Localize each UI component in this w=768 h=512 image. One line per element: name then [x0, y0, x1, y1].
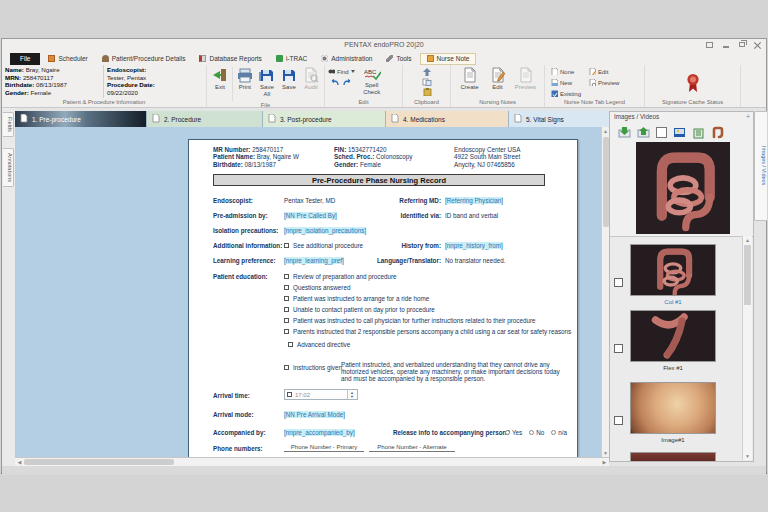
- restore-icon[interactable]: [737, 40, 746, 49]
- recycle-icon[interactable]: [692, 126, 705, 139]
- ribbon-options-icon[interactable]: [705, 40, 714, 49]
- tab-post-procedure[interactable]: 3. Post-procedure: [263, 111, 386, 127]
- scrollbar-thumb[interactable]: [744, 245, 751, 305]
- doc-header-left: MR Number: 258470117 Patient Name: Bray,…: [213, 146, 299, 168]
- history-from-value[interactable]: [nnpre_history_from]: [445, 242, 503, 249]
- checkbox-see-additional[interactable]: [284, 243, 289, 248]
- phone-primary-field[interactable]: Phone Number - Primary: [284, 444, 364, 452]
- select-all-checkbox[interactable]: [656, 127, 667, 138]
- scroll-down-icon[interactable]: ▼: [743, 452, 752, 460]
- radio-na[interactable]: [551, 430, 556, 435]
- images-videos-panel: Images / Videos +: [609, 111, 754, 462]
- menu-file[interactable]: File: [10, 53, 40, 65]
- language-value[interactable]: No translator needed.: [445, 257, 506, 264]
- copy-icon[interactable]: [422, 78, 432, 86]
- preadmission-value[interactable]: [NN Pre Called By]: [284, 212, 337, 219]
- checkbox-education-6[interactable]: [284, 329, 289, 334]
- create-note-icon: [462, 67, 478, 83]
- edit-note-button[interactable]: Edit: [486, 67, 510, 91]
- note-horizontal-scrollbar[interactable]: ◀ ▶: [15, 457, 609, 466]
- checkbox-advanced-directive[interactable]: [288, 342, 293, 347]
- menu-administration[interactable]: Administration: [315, 53, 378, 65]
- accompanied-by-value[interactable]: [nnpre_accompanied_by]: [284, 429, 355, 436]
- referring-md-value[interactable]: [Referring Physician]: [445, 197, 503, 204]
- pin-icon[interactable]: +: [746, 113, 750, 120]
- arrival-time-value[interactable]: 17:02: [295, 392, 310, 398]
- arrival-time-field[interactable]: 17:02 ▲▼: [284, 389, 358, 400]
- tab-medications[interactable]: 4. Medications: [386, 111, 509, 127]
- save-all-button[interactable]: Save All: [257, 67, 277, 97]
- endoscopist-value[interactable]: Pentax Tester, MD: [284, 197, 335, 204]
- note-vertical-scrollbar[interactable]: ▲ ▼: [601, 127, 609, 457]
- scroll-down-icon[interactable]: ▼: [602, 449, 609, 457]
- tab-pre-procedure[interactable]: 1. Pre-procedure: [15, 111, 147, 127]
- thumbnail-image-flex1[interactable]: [630, 310, 716, 362]
- checkbox-education-3[interactable]: [284, 296, 289, 301]
- title-bar[interactable]: PENTAX endoPRO 20|20: [2, 39, 766, 52]
- main-image-colon[interactable]: [636, 142, 730, 234]
- panel-vertical-scrollbar[interactable]: ▲ ▼: [742, 236, 752, 460]
- tab-fields[interactable]: Fields: [3, 112, 14, 137]
- menu-database-reports[interactable]: Database Reports: [193, 53, 267, 65]
- thumbnail-checkbox[interactable]: [614, 344, 623, 353]
- checkbox-education-2[interactable]: [284, 285, 289, 290]
- clipboard-icon[interactable]: [422, 88, 432, 96]
- thumbnail-checkbox[interactable]: [614, 416, 623, 425]
- radio-no[interactable]: [529, 430, 534, 435]
- save-all-icon: [259, 67, 275, 83]
- scroll-up-icon[interactable]: ▲: [602, 127, 609, 135]
- menu-scheduler[interactable]: Scheduler: [42, 53, 93, 65]
- save-button[interactable]: Save: [279, 67, 299, 91]
- identified-via-value[interactable]: ID band and verbal: [445, 212, 498, 219]
- phone-alternate-field[interactable]: Phone Number - Alternate: [369, 444, 455, 452]
- tab-images-videos[interactable]: Images / Videos: [754, 111, 767, 221]
- learning-pref-value[interactable]: [nnpre_learning_pref]: [284, 257, 344, 264]
- thumbnail-checkbox[interactable]: [614, 278, 623, 287]
- slideshow-icon[interactable]: [673, 126, 686, 139]
- acquire-image-icon[interactable]: [618, 126, 631, 139]
- scrollbar-thumb[interactable]: [24, 459, 174, 465]
- find-button[interactable]: Find: [328, 67, 355, 76]
- undo-icon[interactable]: [330, 79, 339, 87]
- checkbox-education-4[interactable]: [284, 307, 289, 312]
- checkbox-instructions-given[interactable]: [284, 365, 289, 370]
- thumbnail-label[interactable]: Image#1: [630, 437, 716, 443]
- scroll-right-icon[interactable]: ▶: [600, 458, 609, 466]
- menu-tools[interactable]: Tools: [380, 53, 417, 65]
- redo-icon[interactable]: [343, 79, 352, 87]
- tab-annotations[interactable]: Annotations: [3, 148, 14, 187]
- tab-procedure[interactable]: 2. Procedure: [147, 111, 263, 127]
- thumbnail-image-image1[interactable]: [630, 382, 716, 434]
- spell-check-button[interactable]: ABC Spell Check: [359, 67, 385, 95]
- checkbox-education-5[interactable]: [284, 318, 289, 323]
- scroll-up-icon[interactable]: ▲: [743, 236, 752, 244]
- print-button[interactable]: Print: [235, 67, 255, 91]
- thumbnail-label[interactable]: Col #1: [630, 299, 716, 305]
- menu-patient-procedure-details[interactable]: Patient/Procedure Details: [96, 53, 192, 65]
- thumbnail-image-col1[interactable]: [630, 244, 716, 296]
- preview-note-button[interactable]: Preview: [514, 67, 538, 91]
- menu-itrac[interactable]: i-TRAC: [270, 53, 313, 65]
- minimize-icon[interactable]: [721, 40, 730, 49]
- create-note-button[interactable]: Create: [458, 67, 482, 91]
- exit-button[interactable]: Exit: [210, 67, 230, 91]
- colon-tool-icon[interactable]: [711, 126, 724, 139]
- legend-preview-icon: [589, 79, 596, 86]
- thumbnail-image-partial[interactable]: [630, 452, 716, 461]
- checkbox-education-1[interactable]: [284, 274, 289, 279]
- close-icon[interactable]: [753, 40, 762, 49]
- audit-button[interactable]: Audit: [301, 67, 321, 91]
- arrival-mode-value[interactable]: [NN Pre Arrival Mode]: [284, 411, 345, 418]
- radio-yes[interactable]: [505, 430, 510, 435]
- time-spinner[interactable]: ▲▼: [347, 390, 356, 399]
- isolation-label: Isolation precautions:: [213, 227, 278, 234]
- isolation-value[interactable]: [nnpre_isolation_precautions]: [284, 227, 366, 234]
- menu-nurse-note[interactable]: Nurse Note: [420, 53, 477, 65]
- thumbnail-label[interactable]: Flex #1: [630, 365, 716, 371]
- checkbox-arrival-time[interactable]: [287, 392, 292, 397]
- tab-vital-signs[interactable]: 5. Vital Signs: [509, 111, 609, 127]
- scroll-left-icon[interactable]: ◀: [15, 458, 24, 466]
- export-image-icon[interactable]: [637, 126, 650, 139]
- ribbon-group-patient-info: Name: Bray, Ngaire MRN: 258470117 Birthd…: [2, 65, 207, 107]
- paste-icon[interactable]: [422, 68, 432, 76]
